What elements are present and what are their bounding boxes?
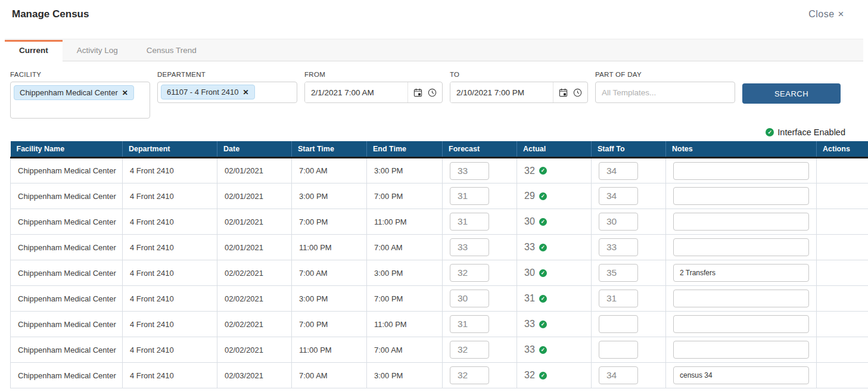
notes-input[interactable] [673,366,809,384]
staff-to-input[interactable] [599,264,638,282]
facility-cell: Chippenham Medical Center [11,209,123,235]
end-time-cell: 7:00 AM [367,235,443,260]
forecast-input[interactable] [450,162,489,180]
staff-to-cell [592,286,666,312]
census-table: Facility Name Department Date Start Time… [10,141,868,388]
table-row: Chippenham Medical Center4 Front 241002/… [11,363,868,388]
staff-to-input[interactable] [599,213,638,231]
forecast-cell [443,286,517,312]
date-cell: 02/03/2021 [217,363,292,388]
forecast-input[interactable] [450,315,489,333]
from-filter: FROM [304,71,443,103]
date-cell: 02/02/2021 [217,337,292,363]
department-cell: 4 Front 2410 [123,286,217,312]
forecast-input[interactable] [450,341,489,359]
department-cell: 4 Front 2410 [123,158,217,183]
forecast-cell [443,158,517,183]
forecast-input[interactable] [450,264,489,282]
from-input[interactable] [305,82,407,102]
notes-cell [666,312,817,337]
table-row: Chippenham Medical Center4 Front 241002/… [11,337,868,363]
tab-activity-log[interactable]: Activity Log [63,40,132,61]
end-time-cell: 11:00 PM [367,312,443,337]
forecast-input[interactable] [450,187,489,205]
col-date: Date [217,141,292,158]
calendar-icon[interactable] [559,88,568,97]
actual-number: 32 [524,166,535,176]
forecast-input[interactable] [450,366,489,384]
facility-chip-label: Chippenham Medical Center [20,88,118,97]
clock-icon[interactable] [428,88,437,97]
notes-input[interactable] [673,162,809,180]
success-check-icon: ✓ [539,269,547,277]
start-time-cell: 7:00 PM [292,312,367,337]
col-forecast: Forecast [443,141,517,158]
notes-input[interactable] [673,315,809,333]
staff-to-input[interactable] [599,238,638,256]
page-title: Manage Census [12,8,89,20]
close-button[interactable]: Close× [808,8,844,20]
staff-to-cell [592,183,666,209]
actual-number: 30 [524,267,535,278]
notes-input[interactable] [673,187,809,205]
facility-chip-remove-icon[interactable]: ✕ [122,89,128,97]
tab-bar: Current Activity Log Census Trend [5,39,863,61]
tab-census-trend[interactable]: Census Trend [132,40,211,61]
notes-input[interactable] [673,238,809,256]
staff-to-input[interactable] [599,366,638,384]
actions-cell [817,286,868,312]
forecast-cell [443,363,517,388]
department-chip-remove-icon[interactable]: ✕ [242,89,248,96]
notes-cell [666,363,817,388]
department-multiselect[interactable]: 61107 - 4 Front 2410 ✕ [157,82,297,103]
staff-to-input[interactable] [599,315,638,333]
forecast-input[interactable] [450,213,489,231]
facility-cell: Chippenham Medical Center [11,312,123,337]
success-check-icon: ✓ [539,321,547,328]
clock-icon[interactable] [573,88,582,97]
col-facility-name: Facility Name [11,141,123,158]
staff-to-cell [592,235,666,260]
col-department: Department [123,141,217,158]
staff-to-input[interactable] [599,162,638,180]
col-actual: Actual [517,141,592,158]
staff-to-cell [592,312,666,337]
notes-input[interactable] [673,264,809,282]
notes-input[interactable] [673,290,809,307]
facility-filter: FACILITY Chippenham Medical Center ✕ [10,71,150,119]
staff-to-input[interactable] [599,341,638,359]
from-picker-icons [407,82,442,102]
facility-cell: Chippenham Medical Center [11,260,123,286]
to-input[interactable] [450,82,553,102]
actual-number: 30 [524,216,535,227]
tab-current[interactable]: Current [5,40,63,61]
actual-cell: 29✓ [517,183,592,209]
actions-cell [817,235,868,260]
part-of-day-filter: PART OF DAY [595,71,735,103]
to-filter: TO [450,71,588,103]
actual-number: 33 [524,242,535,253]
col-actions: Actions [817,141,868,158]
to-datetime-field [450,82,588,103]
notes-input[interactable] [673,213,809,231]
part-of-day-input[interactable] [595,82,735,103]
start-time-cell: 7:00 AM [292,158,367,183]
table-row: Chippenham Medical Center4 Front 241002/… [11,260,868,286]
notes-cell [666,286,817,312]
forecast-input[interactable] [450,290,489,307]
start-time-cell: 11:00 PM [292,337,367,363]
success-check-icon: ✓ [539,244,547,251]
staff-to-input[interactable] [599,187,638,205]
staff-to-input[interactable] [599,290,638,307]
date-cell: 02/02/2021 [217,286,292,312]
notes-input[interactable] [673,341,809,359]
facility-cell: Chippenham Medical Center [11,158,123,183]
search-button[interactable]: SEARCH [742,83,841,104]
forecast-input[interactable] [450,238,489,256]
forecast-cell [443,260,517,286]
staff-to-cell [592,337,666,363]
facility-multiselect[interactable]: Chippenham Medical Center ✕ [10,82,150,119]
from-datetime-field [304,82,443,103]
calendar-icon[interactable] [413,88,422,97]
start-time-cell: 7:00 PM [292,209,367,235]
